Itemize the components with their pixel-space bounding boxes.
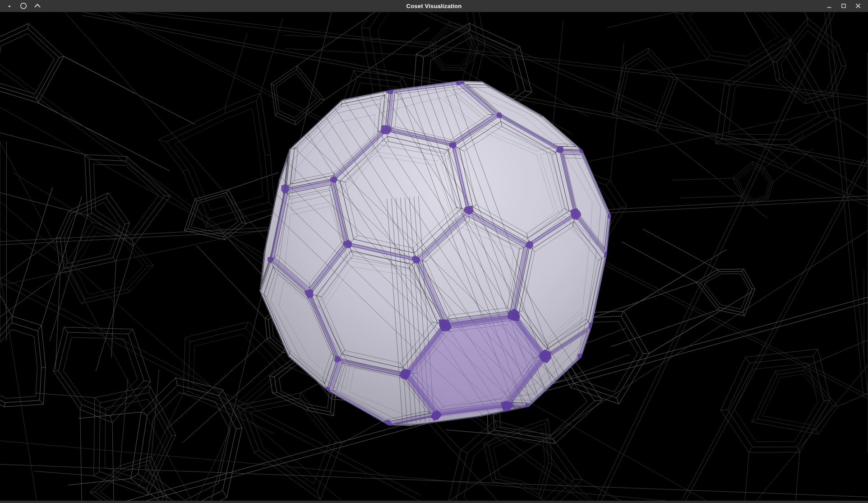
chevron-up-icon[interactable] <box>33 2 42 10</box>
maximize-button[interactable] <box>838 1 849 11</box>
window-title: Coset Visualization <box>0 3 868 9</box>
viewport-3d[interactable] <box>0 12 868 501</box>
record-dot-icon[interactable] <box>5 2 14 10</box>
circle-icon[interactable] <box>19 2 28 10</box>
titlebar-left-icons <box>0 2 42 10</box>
window-controls <box>823 1 868 11</box>
coset-scene-canvas[interactable] <box>0 12 868 501</box>
close-button[interactable] <box>852 1 863 11</box>
coset-ball <box>249 47 614 458</box>
window-bottom-border <box>0 501 868 503</box>
minimize-button[interactable] <box>823 1 835 11</box>
titlebar[interactable]: Coset Visualization <box>0 0 868 12</box>
